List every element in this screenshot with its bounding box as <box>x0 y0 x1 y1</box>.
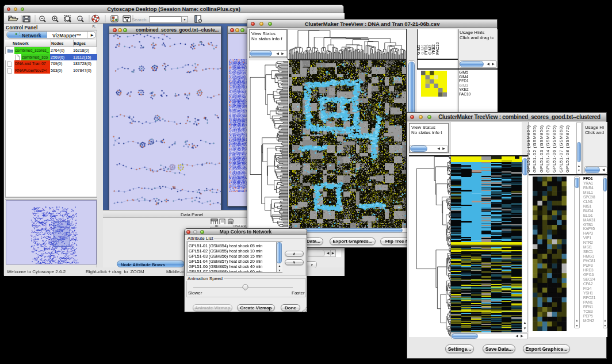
svg-text:1:1: 1:1 <box>79 17 82 20</box>
